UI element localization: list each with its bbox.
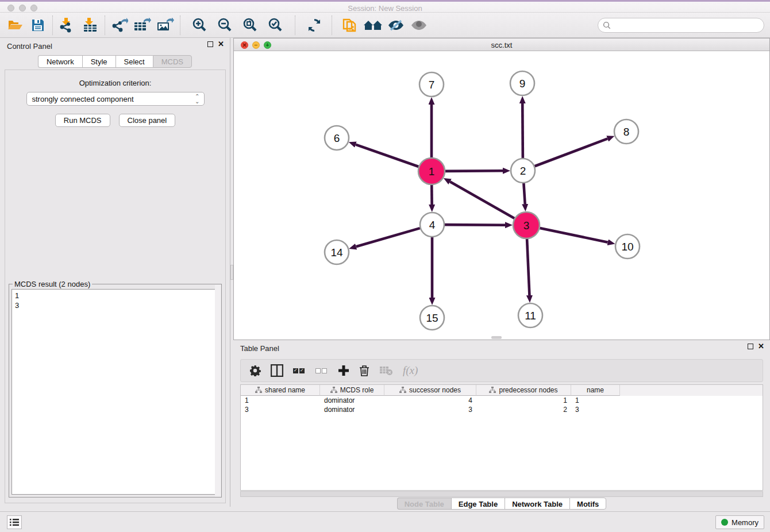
status-bar: Memory (0, 511, 770, 532)
graph-edge-2-9[interactable] (522, 103, 523, 158)
session-title: Session: New Session (0, 4, 770, 13)
main-titlebar: Session: New Session (0, 0, 770, 13)
export-table-icon[interactable] (131, 15, 154, 36)
control-panel: Control Panel ✕ Network Style Select MCD… (0, 38, 230, 507)
import-network-icon[interactable] (56, 15, 79, 36)
mcds-panel-body: Optimization criterion: strongly connect… (5, 70, 226, 503)
graph-node-label-14: 14 (330, 246, 343, 259)
criterion-dropdown-value: strongly connected component (32, 95, 134, 103)
result-scrollbar[interactable] (215, 285, 221, 496)
application-window: Session: New Session (0, 0, 770, 532)
toolbar-separator (295, 16, 295, 35)
list-icon (10, 518, 19, 526)
hide-selected-icon[interactable] (384, 15, 407, 36)
unselect-all-columns-icon[interactable] (315, 364, 328, 377)
zoom-out-icon[interactable] (213, 15, 236, 36)
tab-edge-table[interactable]: Edge Table (451, 498, 505, 510)
zoom-selected-icon[interactable] (264, 15, 287, 36)
column-header-shared-name[interactable]: shared name (241, 385, 320, 396)
reset-views-icon[interactable] (361, 15, 384, 36)
table-panel-title: Table Panel (240, 344, 279, 353)
graph-node-label-15: 15 (426, 312, 438, 324)
mcds-result-list[interactable]: 1 3 (11, 289, 219, 495)
show-task-history-button[interactable] (7, 515, 22, 529)
table-row[interactable]: 3 dominator 3 2 3 (241, 405, 763, 414)
save-session-icon[interactable] (26, 15, 49, 36)
search-icon (603, 21, 611, 29)
add-column-icon[interactable] (338, 364, 349, 377)
search-input[interactable] (611, 21, 754, 29)
toolbar-separator (52, 16, 53, 35)
control-panel-header: Control Panel ✕ (0, 38, 230, 54)
close-table-panel-icon[interactable]: ✕ (758, 344, 764, 349)
criterion-dropdown[interactable]: strongly connected component ⌃⌄ (26, 92, 205, 106)
control-panel-tabs: Network Style Select MCDS (0, 55, 230, 68)
dropdown-stepper-icon: ⌃⌄ (195, 94, 199, 104)
tab-node-table[interactable]: Node Table (397, 498, 451, 510)
table-panel-header: Table Panel ✕ (233, 340, 770, 356)
graph-edge-3-1[interactable] (450, 182, 514, 218)
graph-edge-1-2[interactable] (445, 171, 503, 171)
table-hscrollbar[interactable] (240, 491, 763, 497)
zoom-in-icon[interactable] (188, 15, 211, 36)
column-type-icon (489, 387, 496, 394)
tab-mcds[interactable]: MCDS (153, 55, 192, 68)
open-session-icon[interactable] (3, 15, 26, 36)
column-header-name[interactable]: name (571, 385, 620, 396)
delete-column-icon[interactable] (359, 364, 369, 377)
graph-edge-1-6[interactable] (356, 145, 418, 167)
delete-table-icon (379, 364, 393, 377)
node-table: shared name MCDS role successor nodes pr… (240, 384, 763, 491)
graph-edge-2-3[interactable] (523, 183, 525, 204)
tab-network[interactable]: Network (38, 55, 82, 68)
graph-node-label-11: 11 (525, 310, 536, 322)
search-box[interactable] (598, 18, 764, 33)
memory-status-icon (721, 519, 728, 526)
network-hscrollbar[interactable] (491, 336, 502, 339)
memory-button[interactable]: Memory (715, 515, 764, 529)
network-window-titlebar[interactable]: ✕ − + scc.txt (234, 38, 769, 51)
settings-gear-icon[interactable] (249, 364, 261, 377)
graph-node-label-1: 1 (429, 165, 435, 178)
table-row[interactable]: 1 dominator 4 1 1 (241, 396, 763, 405)
tab-style[interactable]: Style (82, 55, 116, 68)
select-all-columns-icon[interactable] (293, 364, 306, 377)
optimization-criterion-label: Optimization criterion: (5, 79, 225, 87)
column-layout-icon[interactable] (271, 364, 283, 377)
toolbar-separator (105, 16, 105, 35)
graph-edge-3-11[interactable] (527, 239, 529, 295)
network-graph-canvas[interactable]: 7968124314101511 (234, 51, 769, 340)
table-toolbar: f(x) (240, 359, 763, 382)
table-panel: Table Panel ✕ (233, 340, 770, 511)
export-network-icon[interactable] (108, 15, 131, 36)
tab-network-table[interactable]: Network Table (505, 498, 569, 510)
column-header-predecessor-nodes[interactable]: predecessor nodes (476, 385, 571, 396)
graph-edge-2-8[interactable] (535, 138, 608, 166)
copy-network-icon[interactable] (338, 15, 361, 36)
close-panel-button[interactable]: Close panel (119, 114, 176, 127)
float-panel-icon[interactable] (207, 41, 213, 47)
graph-node-label-2: 2 (520, 165, 526, 177)
run-mcds-button[interactable]: Run MCDS (55, 114, 110, 127)
apply-style-icon[interactable] (303, 15, 326, 36)
memory-label: Memory (732, 518, 759, 527)
import-table-icon[interactable] (79, 15, 102, 36)
close-panel-icon[interactable]: ✕ (218, 41, 224, 47)
panel-splitter-grip[interactable] (230, 265, 233, 280)
column-header-successor-nodes[interactable]: successor nodes (384, 385, 476, 396)
float-table-panel-icon[interactable] (748, 344, 753, 349)
control-panel-title: Control Panel (7, 42, 52, 51)
graph-edge-4-3[interactable] (445, 225, 505, 225)
graph-edge-3-10[interactable] (540, 228, 607, 242)
function-builder-icon: f(x) (403, 364, 418, 377)
graph-node-label-7: 7 (429, 79, 435, 91)
zoom-fit-icon[interactable] (238, 15, 261, 36)
graph-edge-4-14[interactable] (356, 228, 420, 246)
column-type-icon (330, 387, 337, 394)
export-image-icon[interactable] (154, 15, 177, 36)
show-all-icon[interactable] (407, 15, 430, 36)
tab-select[interactable]: Select (116, 55, 153, 68)
tab-motifs[interactable]: Motifs (569, 498, 606, 510)
column-header-mcds-role[interactable]: MCDS role (320, 385, 384, 396)
toolbar-separator (180, 16, 180, 35)
